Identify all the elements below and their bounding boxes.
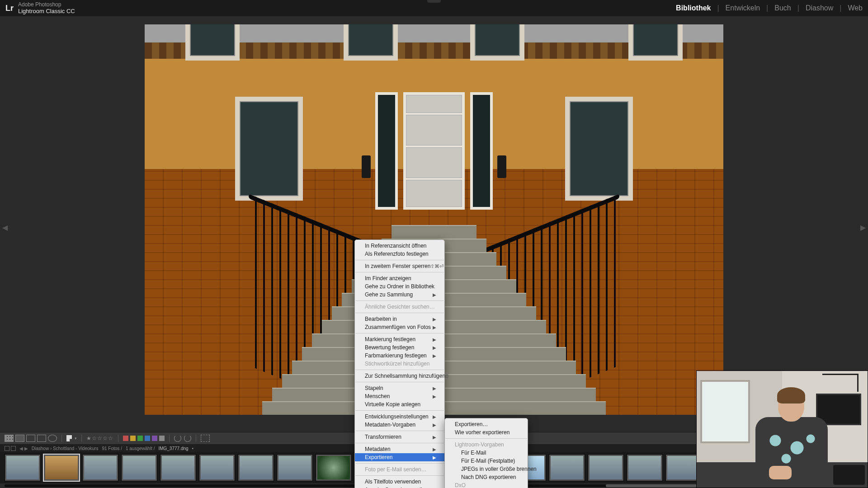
webcam-overlay [696, 371, 868, 488]
breadcrumb-count: 91 Fotos / [102, 446, 122, 451]
menu-item[interactable]: Für E-Mail [445, 449, 528, 457]
context-menu[interactable]: In Referenzansicht öffnenAls Referenzfot… [354, 239, 445, 488]
filmstrip-thumb[interactable] [316, 454, 352, 481]
flag-dropdown-icon[interactable]: ▾ [75, 436, 77, 441]
menu-item[interactable]: Gehe zu Ordner in Bibliothek [355, 282, 444, 291]
left-panel-handle[interactable]: ◀ [3, 24, 7, 430]
rating-stars[interactable]: ★☆☆☆☆ [86, 435, 113, 441]
submenu-arrow-icon: ▶ [433, 414, 436, 419]
survey-view-icon[interactable] [37, 435, 46, 442]
filmstrip-thumb[interactable] [5, 454, 41, 481]
nav-arrows[interactable]: ◀ ▶ [19, 446, 28, 451]
module-entwickeln[interactable]: Entwickeln [726, 4, 760, 12]
menu-item[interactable]: Gehe zu Sammlung▶ [355, 291, 444, 299]
top-panel-handle[interactable] [427, 0, 441, 3]
module-bibliothek[interactable]: Bibliothek [676, 4, 711, 12]
brand-top: Adobe Photoshop [18, 2, 75, 8]
menu-item[interactable]: Für E-Mail (Festplatte) [445, 457, 528, 465]
menu-item[interactable]: Im Finder anzeigen [355, 274, 444, 282]
menu-item[interactable]: Wie vorher exportieren [445, 428, 528, 436]
menu-item[interactable]: Virtuelle Kopie anlegen [355, 400, 444, 408]
menu-item[interactable]: Entwicklungseinstellungen▶ [355, 413, 444, 421]
menu-item[interactable]: In Referenzansicht öffnen [355, 242, 444, 250]
module-buch[interactable]: Buch [774, 4, 791, 12]
filmstrip-thumb[interactable] [82, 454, 118, 481]
submenu-arrow-icon: ▶ [433, 447, 436, 452]
color-label[interactable] [137, 436, 143, 441]
module-web[interactable]: Web [848, 4, 863, 12]
menu-item[interactable]: Menschen▶ [355, 392, 444, 400]
grid-view-icon[interactable] [5, 435, 14, 442]
menu-item[interactable]: JPEGs in voller Größe brennen [445, 465, 528, 473]
menu-item: DxO [445, 481, 528, 488]
breadcrumb-selected: 1 ausgewählt / [126, 446, 155, 451]
color-labels [123, 436, 165, 441]
submenu-arrow-icon: ▶ [433, 345, 436, 350]
color-label[interactable] [123, 436, 128, 441]
crop-icon[interactable] [201, 435, 210, 442]
color-label[interactable] [145, 436, 150, 441]
menu-item[interactable]: Nach DNG exportieren [445, 473, 528, 481]
color-label[interactable] [130, 436, 136, 441]
menu-item[interactable]: Bewertung festlegen▶ [355, 343, 444, 352]
filmstrip-thumb[interactable] [199, 454, 235, 481]
menu-item[interactable]: Farbmarkierung festlegen▶ [355, 352, 444, 360]
app-logo: Lr [5, 4, 14, 13]
filmstrip-thumb[interactable] [549, 454, 585, 481]
breadcrumb-path[interactable]: Diashow › Schottland - Videokurs [32, 446, 99, 451]
menu-item[interactable]: Metadaten▶ [355, 445, 444, 453]
menu-item[interactable]: Aus der Sammlung entfernen [355, 486, 444, 488]
export-submenu[interactable]: Exportieren…Wie vorher exportierenLightr… [444, 418, 528, 488]
breadcrumb-filename: IMG_3777.dng [158, 446, 188, 451]
filmstrip-thumb[interactable]: ★ [43, 454, 80, 481]
filmstrip-thumb[interactable] [627, 454, 663, 481]
rotate-cw-icon[interactable] [184, 435, 191, 442]
filmstrip-thumb[interactable] [238, 454, 274, 481]
menu-item[interactable]: Metadaten-Vorgaben▶ [355, 421, 444, 429]
menu-item[interactable]: Transformieren▶ [355, 433, 444, 441]
filmstrip-thumb[interactable] [588, 454, 624, 481]
right-panel-handle[interactable]: ▶ [861, 24, 865, 430]
submenu-arrow-icon: ▶ [433, 394, 436, 399]
menu-item[interactable]: In zweitem Fenster sperren⇧⌘⏎ [355, 262, 444, 270]
submenu-arrow-icon: ▶ [433, 386, 436, 391]
menu-item[interactable]: Zur Schnellsammlung hinzufügenB [355, 372, 444, 380]
submenu-arrow-icon: ▶ [433, 435, 436, 440]
submenu-arrow-icon: ▶ [433, 353, 436, 358]
people-view-icon[interactable] [48, 435, 57, 442]
filmstrip-thumb[interactable] [277, 454, 313, 481]
menu-item[interactable]: Bearbeiten in▶ [355, 315, 444, 323]
submenu-arrow-icon: ▶ [433, 292, 436, 297]
breadcrumb-dirty-icon: • [192, 446, 194, 451]
module-picker: Bibliothek|Entwickeln|Buch|Diashow|Web [676, 4, 863, 12]
menu-item[interactable]: Zusammenfügen von Fotos▶ [355, 323, 444, 331]
submenu-arrow-icon: ▶ [433, 317, 436, 322]
menu-item[interactable]: Stapeln▶ [355, 384, 444, 392]
menu-item[interactable]: Als Referenzfoto festlegen [355, 250, 444, 258]
color-label[interactable] [152, 436, 157, 441]
menu-item: Foto per E-Mail senden… [355, 465, 444, 474]
submenu-arrow-icon: ▶ [433, 337, 436, 342]
menu-item[interactable]: Exportieren… [445, 420, 528, 428]
menu-item: Lightroom-Vorgaben [445, 441, 528, 449]
filmstrip-thumb[interactable] [121, 454, 157, 481]
view-mode-group [5, 435, 57, 442]
submenu-arrow-icon: ▶ [433, 455, 436, 460]
color-label[interactable] [159, 436, 165, 441]
menu-item: Ähnliche Gesichter suchen… [355, 303, 444, 311]
secondary-display-icons[interactable] [5, 446, 16, 451]
menu-item[interactable]: Exportieren▶ [355, 453, 444, 461]
filmstrip-thumb[interactable] [160, 454, 196, 481]
menu-item[interactable]: Markierung festlegen▶ [355, 335, 444, 343]
submenu-arrow-icon: ▶ [433, 325, 436, 330]
rotate-ccw-icon[interactable] [174, 435, 181, 442]
compare-view-icon[interactable] [26, 435, 35, 442]
menu-item[interactable]: Als Titelfoto verwenden [355, 478, 444, 486]
submenu-arrow-icon: ▶ [433, 422, 436, 427]
module-diashow[interactable]: Diashow [806, 4, 833, 12]
flag-icon[interactable] [66, 435, 72, 441]
menu-item: Stichwortkürzel hinzufügen [355, 360, 444, 368]
brand-bottom: Lightroom Classic CC [18, 8, 75, 14]
loupe-view-icon[interactable] [15, 435, 24, 442]
